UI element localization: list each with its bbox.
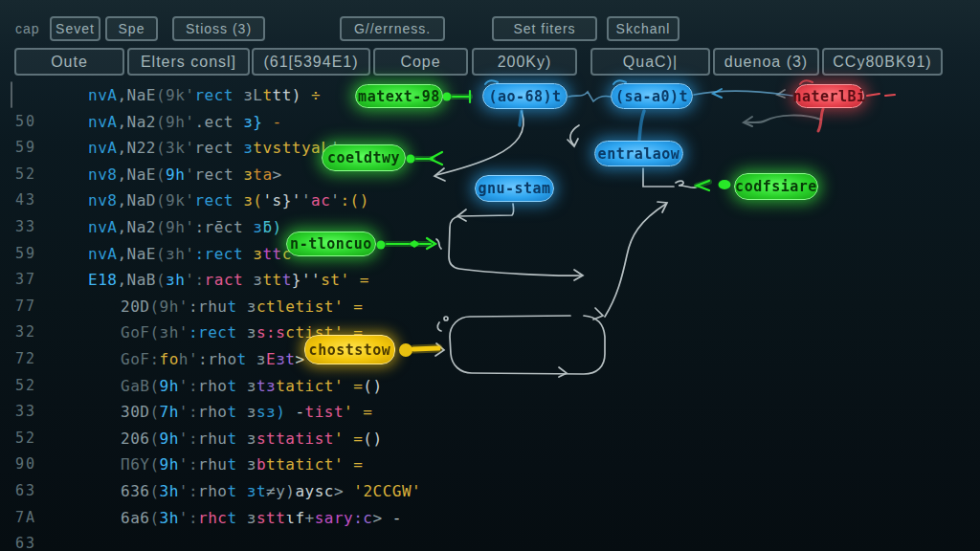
code-line-text: GaB(9h':rhot ɜtɜtatict' =()	[121, 373, 383, 400]
cope-button[interactable]: Cope	[373, 48, 468, 76]
code-row[interactable]: 59nvA,NaE(ɜh':rect ɜttc	[0, 241, 980, 268]
code-row[interactable]: 50nvA,Na2(9h'.ect ɜ} -	[0, 109, 980, 136]
skchanl-button[interactable]: Skchanl	[607, 16, 679, 41]
graph-node-choststow[interactable]: choststow	[304, 335, 395, 364]
code-area[interactable]: nvA,NaE(9k'rect ɜLttt) ÷50nvA,Na2(9h'.ec…	[0, 82, 980, 551]
code-row[interactable]: 3330D(7h':rhot ɜsɜ) -tist' =	[0, 399, 980, 426]
code-line-text: nvA,Na2(9h'.ect ɜ} -	[88, 109, 282, 136]
graph-node-ao68[interactable]: (ao-68)t	[482, 83, 568, 109]
code-line-text: nvA,N22(3k'rect ɜtvsttyaL'	[88, 135, 340, 162]
graph-node-ntloncuo[interactable]: n-tloncuo	[286, 231, 376, 256]
code-line-text: nvA,NaE(9k'rect ɜLttt) ÷	[88, 82, 321, 109]
line-number: 59	[15, 241, 36, 268]
code-row[interactable]: 52GaB(9h':rhot ɜtɜtatict' =()	[0, 373, 980, 400]
oute-button[interactable]: Oute	[14, 48, 124, 76]
code-line-text: GoF:foh':rhot ɜEɜt>''	[121, 346, 324, 373]
line-number: 52	[15, 162, 36, 188]
line-number: 63	[15, 531, 36, 551]
code-row[interactable]: 37E18,NaB(ɜh':ract ɜttt}''st' =	[0, 267, 980, 294]
code-line-text: 636(3h':rhot ɜt≠y)aysc> '2CCGW'	[121, 478, 421, 505]
code-line-text: nvA,NaE(ɜh':rect ɜttc	[88, 241, 292, 268]
graph-node-coeldtwy[interactable]: coeldtwy	[322, 144, 406, 171]
line-number: 43	[15, 187, 36, 214]
quac-button[interactable]: QuaC)|	[590, 48, 710, 76]
line-number: 7A	[15, 505, 36, 532]
toolbar-caption: cap	[15, 21, 40, 36]
code-line-text: 30D(7h':rhot ɜsɜ) -tist' =	[121, 399, 373, 426]
code-row[interactable]: 7A6a6(3h':rhct ɜsttɩf+sary:c> -	[0, 505, 980, 532]
code-ref-button[interactable]: (61[5394E1)	[252, 48, 370, 76]
line-number: 37	[15, 267, 36, 294]
code-row[interactable]: 90Π6Y(9h':rhut ɜbttatict' =	[0, 452, 980, 478]
elters-consl-button[interactable]: Elters consl]	[127, 48, 250, 76]
code-line-text: 20D(9h':rhut ɜctletist' =	[121, 294, 363, 320]
line-number: 52	[15, 373, 36, 400]
size-button[interactable]: 200Ky)	[472, 48, 577, 76]
spe-button[interactable]: Spe	[105, 16, 158, 41]
line-number: 33	[15, 399, 36, 426]
line-number: 50	[15, 109, 36, 136]
code-row[interactable]: 63	[0, 531, 980, 551]
line-number: 72	[15, 346, 36, 373]
line-number: 52	[15, 426, 36, 452]
code-line-text: Π6Y(9h':rhut ɜbttatict' =	[121, 452, 363, 478]
line-number: 77	[15, 294, 36, 320]
stioss-button[interactable]: Stioss (3)	[172, 16, 265, 41]
line-number: 32	[15, 320, 36, 346]
code-row[interactable]: 52206(9h':rhut ɜsttatist' =()	[0, 426, 980, 452]
code-row[interactable]: 7720D(9h':rhut ɜctletist' =	[0, 294, 980, 320]
graph-node-entralaow[interactable]: entralaow	[594, 141, 683, 166]
graph-node-naterlbi[interactable]: naterlBi	[794, 84, 864, 108]
code-line-text: nvA,Na2(9h':rēct ɜƃ)	[88, 214, 282, 241]
graph-node-codfsiare[interactable]: codfsiare	[734, 173, 818, 200]
graph-node-saa0[interactable]: (sa-a0)t	[611, 83, 693, 109]
sevet-button[interactable]: Sevet	[50, 16, 100, 41]
code-row[interactable]: 33nvA,Na2(9h':rēct ɜƃ)	[0, 214, 980, 241]
code-row[interactable]: 63636(3h':rhot ɜt≠y)aysc> '2CCGW'	[0, 478, 980, 505]
line-number: 63	[15, 478, 36, 505]
code-line-text: nv8,NaD(9k'rect ɜ('s}''ac':()	[88, 187, 369, 214]
code-line-text: 206(9h':rhut ɜsttatist' =()	[121, 426, 383, 452]
code-row[interactable]: 32GoF(ɜh':rect ɜs:sctist' =	[0, 320, 980, 346]
graph-node-gnustam[interactable]: gnu-stam	[475, 175, 554, 202]
code-line-text: nv8,NaE(9h'rect ɜta>	[88, 162, 282, 188]
duenoa-button[interactable]: duenoa (3)	[713, 48, 819, 76]
line-number: 59	[15, 135, 36, 162]
code-line-text: 6a6(3h':rhct ɜsttɩf+sary:c> -	[121, 505, 402, 532]
code-line-text: E18,NaB(ɜh':ract ɜttt}''st' =	[88, 267, 369, 294]
code-row[interactable]: 72GoF:foh':rhot ɜEɜt>''	[0, 346, 980, 373]
graph-node-matext[interactable]: matext-98	[355, 84, 443, 108]
ccy-button[interactable]: CCy80BK91)	[822, 48, 943, 76]
line-number: 33	[15, 214, 36, 241]
code-row[interactable]: 59nvA,N22(3k'rect ɜtvsttyaL'	[0, 135, 980, 162]
line-number: 90	[15, 452, 36, 478]
gerrness-button[interactable]: G//errness.	[340, 16, 445, 41]
set-filters-button[interactable]: Set fiters	[492, 16, 597, 41]
